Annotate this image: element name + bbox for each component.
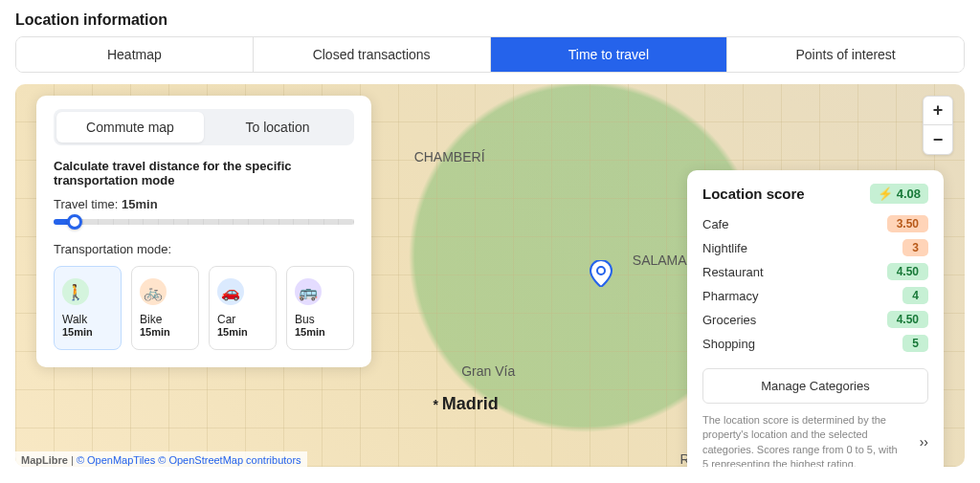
map-zoom-controls: + −: [923, 96, 953, 155]
travel-time-caption: Travel time:: [54, 197, 118, 211]
walk-icon: 🚶: [62, 278, 89, 305]
map-container: CHAMBERÍSALAMANCAGran VíaRETIRO Madrid +…: [15, 84, 965, 467]
score-title: Location score: [702, 186, 805, 202]
commute-subtitle: Calculate travel distance for the specif…: [54, 159, 354, 187]
category-name: Cafe: [702, 217, 728, 231]
category-score: 3.50: [887, 215, 928, 232]
mode-row: 🚶Walk15min🚲Bike15min🚗Car15min🚌Bus15min: [54, 266, 354, 350]
category-name: Restaurant: [702, 265, 764, 279]
toggle-to-location[interactable]: To location: [204, 112, 351, 143]
score-row-nightlife: Nightlife3: [702, 239, 928, 256]
osm-link[interactable]: © OpenStreetMap contributors: [158, 454, 301, 466]
map-marker-icon: [590, 260, 612, 287]
category-score: 5: [902, 335, 928, 352]
commute-panel: Commute mapTo location Calculate travel …: [36, 96, 371, 367]
expand-icon[interactable]: ››: [920, 433, 928, 452]
map-attribution: MapLibre | © OpenMapTiles © OpenStreetMa…: [15, 451, 307, 467]
map-city-label: Madrid: [433, 394, 498, 414]
manage-categories-button[interactable]: Manage Categories: [702, 368, 928, 404]
tab-heatmap[interactable]: Heatmap: [16, 37, 254, 72]
mode-time: 15min: [140, 326, 190, 338]
page-title: Location information: [0, 0, 980, 36]
mode-title: Transportation mode:: [54, 242, 354, 256]
tab-time-to-travel[interactable]: Time to travel: [491, 37, 728, 72]
openmaptiles-link[interactable]: © OpenMapTiles: [77, 454, 155, 466]
zoom-in-button[interactable]: +: [924, 97, 952, 125]
score-panel: Location score ⚡ 4.08 Cafe3.50Nightlife3…: [687, 170, 944, 467]
category-name: Pharmacy: [702, 289, 759, 303]
score-row-cafe: Cafe3.50: [702, 215, 928, 232]
mode-name: Walk: [62, 313, 113, 326]
slider-thumb[interactable]: [67, 214, 82, 230]
category-name: Groceries: [702, 313, 756, 327]
tab-points-of-interest[interactable]: Points of interest: [727, 37, 964, 72]
mode-name: Car: [217, 313, 268, 326]
mode-name: Bus: [295, 313, 345, 326]
mode-bike[interactable]: 🚲Bike15min: [131, 266, 199, 350]
mode-time: 15min: [217, 326, 268, 338]
mode-bus[interactable]: 🚌Bus15min: [286, 266, 354, 350]
mode-walk[interactable]: 🚶Walk15min: [54, 266, 122, 350]
map-lib-label: MapLibre: [21, 454, 68, 466]
score-row-pharmacy: Pharmacy4: [702, 287, 928, 304]
tab-bar: HeatmapClosed transactionsTime to travel…: [15, 36, 965, 73]
travel-time-value: 15min: [122, 197, 158, 211]
tab-closed-transactions[interactable]: Closed transactions: [254, 37, 491, 72]
category-score: 4.50: [887, 263, 928, 280]
score-footnote: The location score is determined by the …: [702, 413, 928, 467]
travel-time-label: Travel time: 15min: [54, 197, 354, 211]
score-row-restaurant: Restaurant4.50: [702, 263, 928, 280]
category-score: 3: [902, 239, 928, 256]
bus-icon: 🚌: [295, 278, 322, 305]
map-label: CHAMBERÍ: [414, 149, 485, 165]
mode-time: 15min: [295, 326, 345, 338]
mode-name: Bike: [140, 313, 190, 326]
bike-icon: 🚲: [140, 278, 167, 305]
zoom-out-button[interactable]: −: [924, 125, 952, 154]
map-label: Gran Vía: [461, 363, 515, 379]
category-score: 4: [902, 287, 928, 304]
mode-car[interactable]: 🚗Car15min: [209, 266, 277, 350]
travel-time-slider[interactable]: [54, 219, 354, 225]
category-name: Nightlife: [702, 241, 747, 255]
car-icon: 🚗: [217, 278, 244, 305]
score-row-shopping: Shopping5: [702, 335, 928, 352]
category-score: 4.50: [887, 311, 928, 328]
score-row-groceries: Groceries4.50: [702, 311, 928, 328]
category-name: Shopping: [702, 337, 755, 351]
overall-score-badge: ⚡ 4.08: [870, 184, 928, 204]
mode-time: 15min: [62, 326, 113, 338]
commute-toggle: Commute mapTo location: [54, 109, 354, 145]
toggle-commute-map[interactable]: Commute map: [56, 112, 204, 143]
